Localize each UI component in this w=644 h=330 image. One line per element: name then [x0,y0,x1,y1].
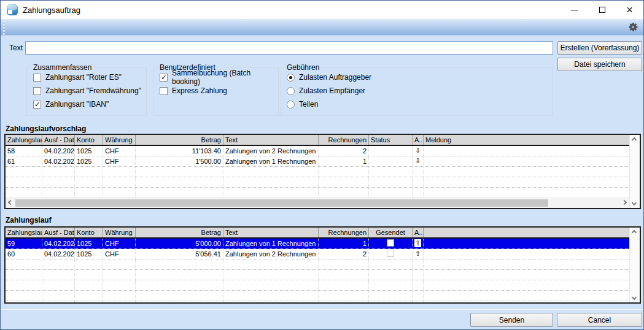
cell-blank [424,270,629,280]
cell-konto: 1025 [75,249,103,259]
cell-konto [75,270,103,280]
scrollbar-thumb[interactable] [15,199,548,207]
scroll-down-icon[interactable] [632,295,637,300]
close-icon: × [626,4,633,15]
column-header[interactable]: Text [223,135,319,145]
column-header[interactable]: A.. [413,135,424,145]
column-header[interactable] [424,228,629,237]
settings-gear-icon[interactable] [629,23,637,31]
table-empty-row [6,301,629,302]
scroll-right-icon[interactable] [622,200,627,205]
column-header[interactable]: Ausf - Datu... [42,135,75,145]
group-gebuehren: Gebühren Zulasten Auftraggeber Zulasten … [280,63,553,116]
checkbox-row[interactable]: Zahlungsart "IBAN" [33,99,142,109]
column-header[interactable]: Zahlungslauf... [6,228,42,237]
cell-text [223,177,319,187]
cell-blank [424,291,629,301]
cell-text [223,270,319,280]
cancel-button[interactable]: Cancel [557,313,642,327]
cell-zahlungslauf [6,188,42,198]
radio-teilen[interactable] [287,101,295,109]
vertical-scrollbar[interactable] [629,135,640,208]
cell-zahlungslauf [6,280,42,290]
column-header[interactable]: Währung [103,135,136,145]
radio-zulasten-auftraggeber[interactable] [287,74,295,82]
cell-status [369,156,413,166]
checkbox-sammelbuchung[interactable] [160,74,168,82]
column-header[interactable]: A.. [413,228,424,237]
radio-row[interactable]: Zulasten Empfänger [287,86,549,96]
gesendet-checkbox[interactable] [387,250,394,257]
cell-ausf_datum [42,280,75,290]
maximize-button[interactable] [588,1,616,19]
cell-konto [75,291,103,301]
radio-row[interactable]: Teilen [287,99,549,109]
scroll-down-icon[interactable] [632,201,637,205]
table-row[interactable]: 6004.02.20221025CHF5'056.41Zahlungen von… [6,249,629,259]
cell-konto: 1025 [75,239,103,248]
column-header[interactable]: Rechnungen [319,228,369,237]
minimize-button[interactable] [561,1,588,19]
table-row[interactable]: 5904.02.20221025CHF5'000.00Zahlungen von… [6,239,629,249]
column-header[interactable]: Text [223,228,319,237]
text-input[interactable] [25,41,553,55]
table-empty-row [6,177,629,188]
scroll-left-icon[interactable] [8,200,13,205]
checkbox-express-zahlung[interactable] [160,87,168,95]
column-header[interactable]: Betrag [136,228,223,237]
arrow-up-icon: ⇧ [414,239,421,247]
cell-text [223,291,319,301]
checkbox-label: Zahlungsart "IBAN" [45,100,109,109]
checkbox-iban[interactable] [33,101,41,109]
cell-ausf_datum [42,301,75,302]
cell-text [223,259,319,269]
group-zusammenfassen: Zusammenfassen Zahlungsart "Roter ES" Za… [26,63,147,116]
radio-row[interactable]: Zulasten Auftraggeber [287,72,549,82]
horizontal-scrollbar[interactable] [6,198,629,208]
save-file-button[interactable]: Datei speichern [557,58,642,71]
column-header[interactable]: Konto [75,135,103,145]
send-button[interactable]: Senden [470,313,553,327]
checkbox-row[interactable]: Zahlungsart "Roter ES" [33,72,142,82]
checkbox-label: Zahlungsart "Roter ES" [45,73,122,82]
toolbar-grip[interactable] [3,21,6,36]
vertical-scrollbar[interactable] [629,228,640,302]
checkbox-row[interactable]: Sammelbuchung (Batch booking) [160,72,274,82]
cell-ausf_datum: 04.02.2022 [42,239,75,248]
column-header[interactable]: Meldung [424,135,629,145]
cell-text: Zahlungen von 1 Rechnungen [223,239,319,248]
column-header[interactable]: Zahlungslauf... [6,135,42,145]
cell-gesendet [369,291,413,301]
scroll-up-icon[interactable] [632,137,637,142]
table-row[interactable]: 5804.02.20221025CHF11'103.40Zahlungen vo… [6,146,629,156]
scroll-up-icon[interactable] [632,230,637,235]
cell-blank [424,259,629,269]
cell-ausf_datum [42,177,75,187]
cell-waehrung [103,259,136,269]
column-header[interactable]: Gesendet [369,228,413,237]
column-header[interactable]: Status [369,135,413,145]
checkbox-fremdwaehrung[interactable] [33,87,41,95]
cell-gesendet [369,280,413,290]
column-header[interactable]: Rechnungen [319,135,369,145]
cell-status [369,188,413,198]
column-header[interactable]: Konto [75,228,103,237]
footer: Senden Cancel [1,309,643,329]
cell-status [369,167,413,177]
gesendet-checkbox[interactable] [387,239,394,247]
radio-zulasten-empfaenger[interactable] [287,87,295,95]
cell-betrag: 11'103.40 [136,146,223,156]
column-header[interactable]: Betrag [136,135,223,145]
table-row[interactable]: 6104.02.20221025CHF1'500.00Zahlungen von… [6,156,629,167]
column-header[interactable]: Währung [103,228,136,237]
cell-konto [75,280,103,290]
close-button[interactable]: × [616,1,643,19]
create-button[interactable]: Erstellen (Vorerfassung) [557,41,642,55]
cell-blank [424,280,629,290]
checkbox-roter-es[interactable] [33,74,41,82]
checkbox-row[interactable]: Express Zahlung [160,86,274,96]
column-header[interactable]: Ausf - Datu... [42,228,75,237]
cell-betrag: 1'500.00 [136,156,223,166]
cell-zahlungslauf [6,177,42,187]
checkbox-row[interactable]: Zahlungsart "Fremdwährung" [33,86,142,96]
